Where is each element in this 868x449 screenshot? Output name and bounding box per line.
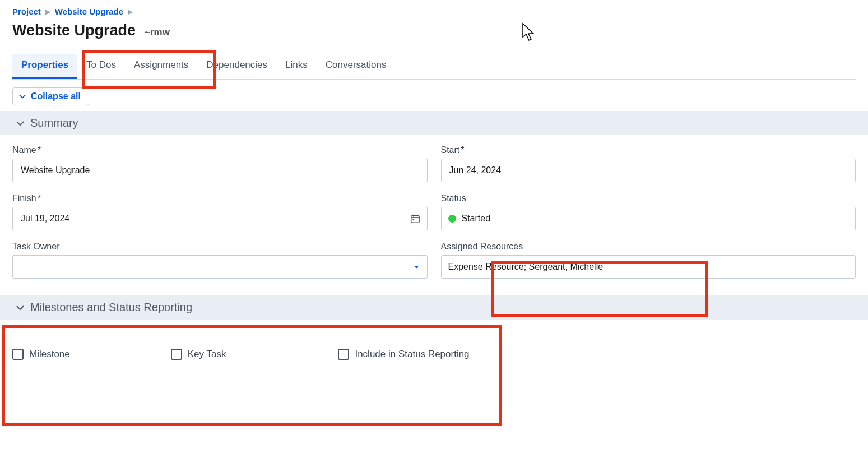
tab-dependencies[interactable]: Dependencies	[197, 54, 276, 79]
summary-form: Name* Start* Finish*	[12, 145, 856, 292]
owner-tag: ~rmw	[145, 27, 170, 38]
chevron-down-icon	[18, 92, 26, 100]
tab-properties[interactable]: Properties	[12, 54, 77, 79]
chevron-down-icon	[16, 303, 25, 312]
tab-bar: Properties To Dos Assignments Dependenci…	[12, 54, 856, 80]
section-milestones-header[interactable]: Milestones and Status Reporting	[0, 295, 868, 320]
name-label: Name*	[12, 145, 428, 155]
status-label: Status	[441, 193, 856, 203]
section-summary-title: Summary	[30, 117, 78, 129]
start-input-wrap[interactable]	[441, 159, 856, 182]
checkbox-key-task-label: Key Task	[188, 349, 226, 360]
field-task-owner: Task Owner	[12, 242, 428, 279]
tab-todos[interactable]: To Dos	[77, 54, 125, 79]
assigned-resources-value: Expense Resource; Sergeant, Michelle	[448, 262, 849, 272]
breadcrumb: Project ▶ Website Upgrade ▶	[12, 7, 856, 16]
checkbox-milestone[interactable]: Milestone	[12, 349, 70, 360]
finish-input[interactable]	[20, 213, 410, 224]
status-input[interactable]: Started	[441, 207, 856, 230]
collapse-all-button[interactable]: Collapse all	[12, 87, 89, 105]
field-name: Name*	[12, 145, 428, 182]
task-owner-select[interactable]	[12, 255, 428, 279]
finish-label: Finish*	[12, 193, 428, 203]
task-owner-input[interactable]	[20, 261, 412, 272]
breadcrumb-project-link[interactable]: Project	[12, 7, 41, 16]
checkbox-include-status-label: Include in Status Reporting	[355, 349, 469, 360]
milestones-checkbox-row: Milestone Key Task Include in Status Rep…	[12, 330, 856, 370]
start-label: Start*	[441, 145, 856, 155]
chevron-right-icon: ▶	[128, 8, 133, 16]
checkbox-milestone-label: Milestone	[29, 349, 70, 360]
calendar-icon[interactable]	[410, 214, 420, 224]
assigned-resources-input[interactable]: Expense Resource; Sergeant, Michelle	[441, 255, 856, 279]
task-owner-label: Task Owner	[12, 242, 428, 252]
section-milestones-title: Milestones and Status Reporting	[30, 301, 192, 314]
checkbox-include-status[interactable]: Include in Status Reporting	[338, 349, 469, 360]
chevron-right-icon: ▶	[45, 8, 50, 16]
field-start: Start*	[441, 145, 856, 182]
page-title: Website Upgrade	[12, 22, 136, 39]
title-row: Website Upgrade ~rmw	[12, 22, 856, 39]
name-input[interactable]	[20, 165, 420, 176]
svg-rect-0	[411, 216, 419, 223]
collapse-all-label: Collapse all	[31, 91, 81, 101]
field-finish: Finish*	[12, 193, 428, 230]
section-summary-header[interactable]: Summary	[0, 111, 868, 135]
checkbox-icon[interactable]	[338, 349, 349, 360]
field-assigned-resources: Assigned Resources Expense Resource; Ser…	[441, 242, 856, 279]
section-milestones: Milestones and Status Reporting Mileston…	[12, 295, 856, 370]
tab-conversations[interactable]: Conversations	[317, 54, 396, 79]
field-status: Status Started	[441, 193, 856, 230]
checkbox-icon[interactable]	[171, 349, 182, 360]
caret-down-icon[interactable]	[412, 263, 420, 271]
name-input-wrap[interactable]	[12, 159, 428, 182]
status-value: Started	[462, 214, 491, 224]
tab-links[interactable]: Links	[276, 54, 317, 79]
status-dot-icon	[448, 215, 456, 223]
assigned-resources-label: Assigned Resources	[441, 242, 856, 252]
breadcrumb-website-upgrade-link[interactable]: Website Upgrade	[55, 7, 123, 16]
tab-assignments[interactable]: Assignments	[125, 54, 197, 79]
checkbox-icon[interactable]	[12, 349, 24, 360]
chevron-down-icon	[16, 119, 25, 128]
finish-input-wrap[interactable]	[12, 207, 428, 230]
svg-rect-4	[412, 219, 414, 220]
start-input[interactable]	[448, 165, 849, 176]
checkbox-key-task[interactable]: Key Task	[171, 349, 226, 360]
